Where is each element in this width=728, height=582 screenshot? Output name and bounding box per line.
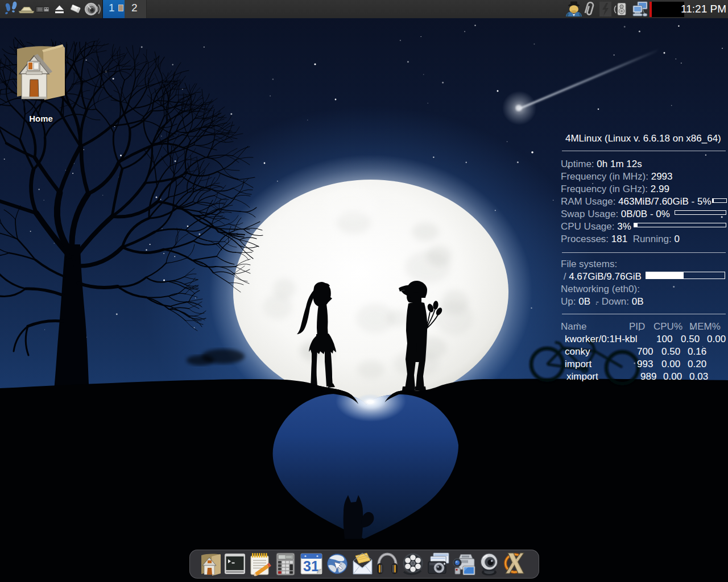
- svg-text:31: 31: [303, 558, 319, 574]
